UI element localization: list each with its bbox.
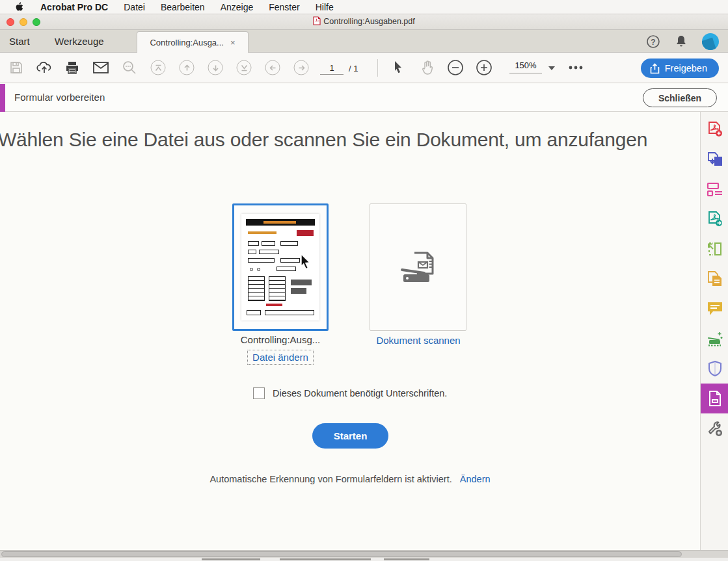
tool-protect[interactable] [701, 354, 728, 384]
zoom-level-value[interactable]: 150% [509, 60, 542, 73]
select-tool-icon[interactable] [392, 60, 404, 75]
tool-scan-ocr[interactable] [701, 324, 728, 354]
signatures-option: Dieses Dokument benötigt Unterschriften. [253, 387, 447, 399]
scanner-icon [397, 248, 440, 287]
tool-accent-stripe [0, 84, 5, 112]
previous-view-icon[interactable] [265, 60, 280, 75]
search-zoom-icon[interactable] [122, 60, 137, 75]
change-file-link-label: Datei ändern [247, 350, 314, 365]
macos-menu-bar: Acrobat Pro DC Datei Bearbeiten Anzeige … [0, 0, 728, 14]
menu-item-fenster[interactable]: Fenster [269, 2, 299, 12]
tool-organize-pages[interactable] [701, 234, 728, 264]
notifications-bell-icon[interactable] [675, 34, 688, 49]
menu-item-hilfe[interactable]: Hilfe [316, 2, 334, 12]
tool-prepare-form-active[interactable] [701, 384, 728, 413]
signatures-checkbox-label: Dieses Dokument benötigt Unterschriften. [273, 388, 447, 398]
next-page-icon[interactable] [208, 60, 223, 75]
selected-filename: Controlling:Ausg... [221, 334, 340, 345]
share-button[interactable]: Freigeben [641, 59, 719, 78]
cloud-upload-icon[interactable] [36, 60, 53, 75]
last-page-icon[interactable] [237, 60, 252, 75]
next-view-icon[interactable] [294, 60, 309, 75]
document-toolbar: / 1 150% Freigeben [0, 53, 728, 83]
tab-close-icon[interactable]: × [230, 38, 236, 47]
zoom-out-icon[interactable] [447, 59, 464, 76]
share-icon [650, 63, 660, 74]
menu-app-name[interactable]: Acrobat Pro DC [40, 2, 108, 12]
share-button-label: Freigeben [665, 63, 707, 73]
file-card-selected[interactable] [232, 203, 329, 331]
email-icon[interactable] [92, 61, 109, 74]
save-icon[interactable] [9, 60, 23, 75]
pdf-file-icon [313, 16, 321, 25]
tab-werkzeuge[interactable]: Werkzeuge [55, 30, 104, 53]
tool-title: Formular vorbereiten [14, 92, 105, 103]
change-detection-link[interactable]: Ändern [460, 474, 491, 484]
close-tool-button[interactable]: Schließen [643, 88, 717, 107]
tool-compare-files[interactable] [701, 264, 728, 294]
auto-detection-text: Automatische Erkennung von Formularfelde… [209, 474, 452, 484]
background-window-strip [0, 558, 728, 561]
window-title-bar: Controlling:Ausgaben.pdf [0, 14, 728, 30]
page-count-label: / 1 [349, 64, 358, 73]
hand-tool-icon[interactable] [421, 60, 434, 75]
menu-item-anzeige[interactable]: Anzeige [221, 2, 254, 12]
more-options-icon[interactable] [569, 66, 583, 70]
start-button[interactable]: Starten [312, 423, 388, 449]
tab-document-label: Controlling:Ausga... [150, 38, 223, 47]
menu-item-bearbeiten[interactable]: Bearbeiten [161, 2, 205, 12]
toolbar-divider [377, 59, 378, 77]
auto-detection-note: Automatische Erkennung von Formularfelde… [0, 474, 700, 484]
scan-document-link[interactable]: Dokument scannen [360, 335, 477, 346]
tool-combine-files[interactable] [701, 144, 728, 174]
document-title-text: Controlling:Ausgaben.pdf [323, 17, 414, 26]
scan-card[interactable] [370, 203, 466, 331]
print-icon[interactable] [64, 60, 80, 75]
svg-text:?: ? [651, 37, 655, 46]
horizontal-scrollbar-thumb[interactable] [1, 551, 682, 557]
apple-logo-icon[interactable] [14, 2, 23, 12]
tool-create-pdf[interactable] [701, 114, 728, 144]
tool-more-tools[interactable] [701, 413, 728, 443]
window-title: Controlling:Ausgaben.pdf [0, 16, 728, 26]
previous-page-icon[interactable] [180, 60, 195, 75]
page-title: Wählen Sie eine Datei aus oder scannen S… [0, 129, 647, 151]
zoom-in-icon[interactable] [476, 59, 492, 76]
help-icon[interactable]: ? [646, 34, 660, 49]
tools-sidebar [700, 112, 728, 550]
tool-export-pdf[interactable] [701, 204, 728, 234]
first-page-icon[interactable] [151, 60, 166, 75]
main-content: Wählen Sie eine Datei aus oder scannen S… [0, 112, 700, 550]
account-avatar[interactable] [702, 33, 719, 50]
tab-document[interactable]: Controlling:Ausga... × [137, 31, 249, 53]
signatures-checkbox[interactable] [253, 387, 265, 399]
page-number-input[interactable] [320, 62, 344, 75]
horizontal-scrollbar[interactable] [0, 550, 728, 558]
prepare-form-header: Formular vorbereiten Schließen [0, 84, 728, 112]
change-file-link[interactable]: Datei ändern [232, 350, 329, 365]
tab-bar: Start Werkzeuge Controlling:Ausga... × ? [0, 30, 728, 53]
tool-comment[interactable] [701, 294, 728, 324]
mouse-cursor [299, 254, 313, 270]
tab-start[interactable]: Start [9, 30, 30, 53]
tool-edit-pdf[interactable] [701, 174, 728, 204]
menu-item-datei[interactable]: Datei [124, 2, 145, 12]
zoom-dropdown-caret-icon[interactable] [548, 66, 555, 71]
